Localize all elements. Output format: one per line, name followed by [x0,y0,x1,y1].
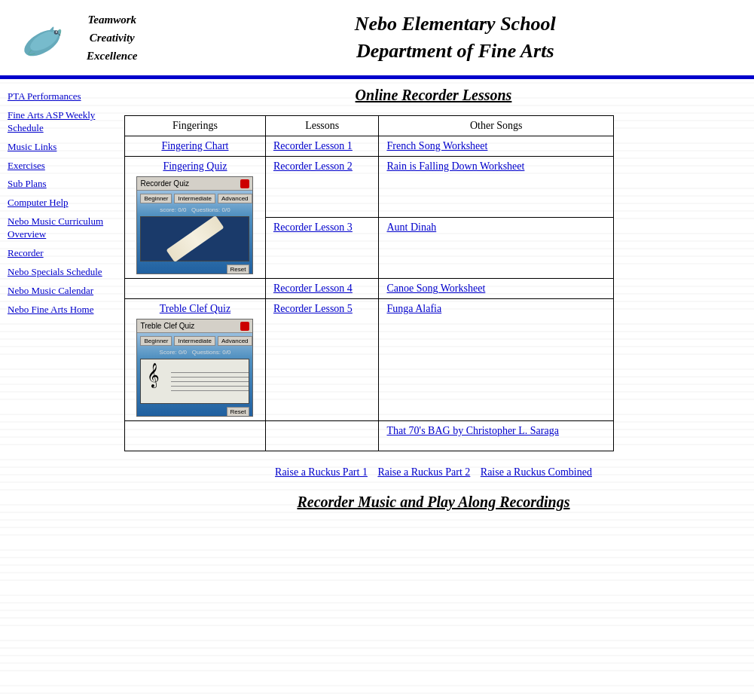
header: Teamwork Creativity Excellence Nebo Elem… [0,0,754,75]
treble-beginner-btn[interactable]: Beginner [140,336,172,346]
treble-intermediate-btn[interactable]: Intermediate [174,336,215,346]
canoe-song-cell: Canoe Song Worksheet [379,279,614,299]
funga-alafia-cell: Funga Alafia [379,299,614,421]
sidebar: PTA Performances Fine Arts ASP Weekly Sc… [0,87,121,522]
table-row: Fingering Quiz Recorder Quiz Beginner In… [125,157,614,218]
treble-clef-quiz-thumbnail: Treble Clef Quiz Beginner Intermediate A… [136,319,253,417]
svg-point-9 [56,32,57,33]
dolphin-icon [17,11,74,64]
treble-clef-symbol: 𝄞 [147,363,160,388]
quiz-close-button[interactable] [240,179,249,188]
recorder-quiz-thumbnail: Recorder Quiz Beginner Intermediate Adva… [136,176,253,274]
recorder-lesson-5-link[interactable]: Recorder Lesson 5 [273,303,353,314]
quiz-title-text: Recorder Quiz [140,179,188,188]
fingering-quiz-cell: Fingering Quiz Recorder Quiz Beginner In… [125,157,266,279]
that-70s-bag-cell: That 70's BAG by Christopher L. Saraga [379,421,614,451]
lesson-2-cell: Recorder Lesson 2 [265,157,379,218]
recorder-lesson-4-link[interactable]: Recorder Lesson 4 [273,283,353,294]
ruckus-section: Raise a Ruckus Part 1 Raise a Ruckus Par… [124,466,743,478]
sidebar-link-fine-arts-asp[interactable]: Fine Arts ASP Weekly Schedule [8,109,113,135]
col-header-fingerings: Fingerings [125,116,266,136]
treble-clef-quiz-cell: Treble Clef Quiz Treble Clef Quiz Beginn… [125,299,266,421]
lesson-3-cell: Recorder Lesson 3 [265,218,379,279]
treble-clef-quiz-link[interactable]: Treble Clef Quiz [160,303,230,314]
header-motto: Teamwork Creativity Excellence [87,11,137,65]
sidebar-link-calendar[interactable]: Nebo Music Calendar [8,285,113,298]
empty-cell-last [125,421,266,451]
quiz-beginner-btn[interactable]: Beginner [140,194,172,203]
sidebar-link-specials[interactable]: Nebo Specials Schedule [8,266,113,279]
treble-score-area: Score: 0/0 Questions: 0/0 [137,347,252,357]
raise-a-ruckus-part-1-link[interactable]: Raise a Ruckus Part 1 [275,466,368,478]
treble-quiz-display: 𝄞 [140,359,249,404]
sidebar-link-sub-plans[interactable]: Sub Plans [8,178,113,191]
treble-quiz-close-button[interactable] [240,322,249,331]
rain-falling-cell: Rain is Falling Down Worksheet [379,157,614,218]
treble-quiz-title-text: Treble Clef Quiz [140,322,194,330]
aunt-dinah-cell: Aunt Dinah [379,218,614,279]
quiz-intermediate-btn[interactable]: Intermediate [174,194,215,203]
canoe-song-link[interactable]: Canoe Song Worksheet [386,283,485,294]
fingering-quiz-link[interactable]: Fingering Quiz [163,160,227,172]
recorder-lesson-1-link[interactable]: Recorder Lesson 1 [273,140,353,151]
recorder-lesson-3-link[interactable]: Recorder Lesson 3 [273,222,353,233]
funga-alafia-link[interactable]: Funga Alafia [386,303,441,314]
quiz-buttons-row: Beginner Intermediate Advanced [137,191,252,205]
col-header-lessons: Lessons [265,116,379,136]
quiz-title-bar: Recorder Quiz [137,177,252,191]
treble-quiz-buttons-row: Beginner Intermediate Advanced [137,333,252,347]
content-area: Online Recorder Lessons Fingerings Lesso… [121,87,754,522]
table-row: That 70's BAG by Christopher L. Saraga [125,421,614,451]
recordings-title: Recorder Music and Play Along Recordings [124,494,743,511]
lesson-5-cell: Recorder Lesson 5 [265,299,379,421]
recorder-table: Fingerings Lessons Other Songs Fingering… [124,115,614,451]
treble-quiz-title-bar: Treble Clef Quiz [137,319,252,333]
quiz-display [140,216,249,261]
aunt-dinah-link[interactable]: Aunt Dinah [386,222,436,233]
lesson-4-cell: Recorder Lesson 4 [265,279,379,299]
rain-falling-link[interactable]: Rain is Falling Down Worksheet [386,160,524,172]
french-song-cell: French Song Worksheet [379,136,614,157]
school-title: Nebo Elementary School Department of Fin… [137,11,743,66]
sidebar-link-computer-help[interactable]: Computer Help [8,197,113,209]
sidebar-link-curriculum[interactable]: Nebo Music Curriculum Overview [8,216,113,241]
raise-a-ruckus-part-2-link[interactable]: Raise a Ruckus Part 2 [377,466,470,478]
col-header-other-songs: Other Songs [379,116,614,136]
sidebar-link-fine-arts-home[interactable]: Nebo Fine Arts Home [8,304,113,316]
table-row: Recorder Lesson 4 Canoe Song Worksheet [125,279,614,299]
recorder-lesson-2-link[interactable]: Recorder Lesson 2 [273,160,353,172]
fingering-chart-cell: Fingering Chart [125,136,266,157]
main-layout: PTA Performances Fine Arts ASP Weekly Sc… [0,79,754,530]
sidebar-link-pta[interactable]: PTA Performances [8,90,113,103]
treble-reset-btn[interactable]: Reset [227,407,250,417]
french-song-link[interactable]: French Song Worksheet [386,140,487,151]
recorder-image [166,216,224,262]
score-area: score: 0/0 Questions: 0/0 [137,205,252,215]
treble-advanced-btn[interactable]: Advanced [218,336,252,346]
table-row: Fingering Chart Recorder Lesson 1 French… [125,136,614,157]
fingering-chart-link[interactable]: Fingering Chart [161,140,228,151]
table-row: Treble Clef Quiz Treble Clef Quiz Beginn… [125,299,614,421]
sidebar-link-exercises[interactable]: Exercises [8,160,113,173]
empty-lesson-last [265,421,379,451]
sidebar-link-recorder[interactable]: Recorder [8,247,113,260]
page-title: Online Recorder Lessons [124,87,743,104]
sidebar-link-music-links[interactable]: Music Links [8,141,113,154]
lesson-1-cell: Recorder Lesson 1 [265,136,379,157]
quiz-reset-btn[interactable]: Reset [227,264,250,274]
that-70s-bag-link[interactable]: That 70's BAG by Christopher L. Saraga [386,425,558,436]
raise-a-ruckus-combined-link[interactable]: Raise a Ruckus Combined [481,466,592,478]
quiz-advanced-btn[interactable]: Advanced [218,194,252,203]
school-logo [11,8,79,68]
empty-fingering-cell [125,279,266,299]
